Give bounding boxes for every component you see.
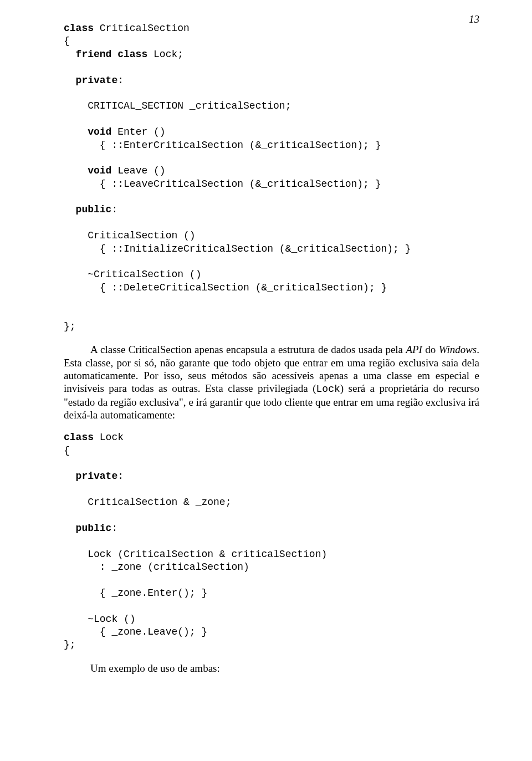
code-text: { ::LeaveCriticalSection (&_criticalSect… [64,178,381,190]
code-text: { _zone.Enter(); } [64,588,207,599]
code-text: { ::InitializeCriticalSection (&_critica… [64,243,411,254]
page: 13 class CriticalSection { friend class … [0,0,532,761]
text-italic: Windows [439,344,477,355]
paragraph-example-intro: Um exemplo de uso de ambas: [64,662,479,675]
page-number: 13 [469,13,479,25]
code-text: Enter () [111,126,165,137]
code-text: { ::EnterCriticalSection (&_criticalSect… [64,140,381,151]
keyword-class: class [64,23,94,34]
code-text: : [111,204,117,215]
code-text: { [64,35,70,47]
text: do [422,344,439,355]
keyword-private: private [64,75,117,86]
text: A classe CriticalSection apenas encapsul… [90,344,406,355]
code-text: : _zone (criticalSection) [64,561,249,573]
text-mono: Lock [316,384,340,395]
code-text: : [111,523,117,534]
keyword-void: void [64,165,111,176]
code-text: CriticalSection [94,23,190,34]
code-text: ~CriticalSection () [64,269,201,280]
keyword-public: public [64,204,111,215]
code-text: Lock [94,432,124,443]
code-text: : [117,471,124,482]
code-text: Leave () [111,165,165,176]
code-text: : [117,75,124,86]
code-text: }; [64,321,76,332]
code-block-lock: class Lock { private: CriticalSection & … [64,431,479,652]
paragraph-description: A classe CriticalSection apenas encapsul… [64,343,479,421]
code-text: CriticalSection () [64,230,196,241]
code-block-criticalsection: class CriticalSection { friend class Loc… [64,22,479,333]
code-text: { ::DeleteCriticalSection (&_criticalSec… [64,282,387,293]
code-text: ~Lock () [64,614,136,625]
keyword-private: private [64,471,117,482]
text-italic: API [406,344,422,355]
code-text: CRITICAL_SECTION _criticalSection; [64,100,291,111]
keyword-void: void [64,126,111,137]
code-text: }; [64,639,76,650]
keyword-class: class [64,432,94,443]
code-text: Lock (CriticalSection & criticalSection) [64,549,327,560]
code-text: { [64,445,70,456]
code-text: { _zone.Leave(); } [64,626,207,637]
keyword-friend-class: friend class [64,49,147,60]
code-text: Lock; [147,49,183,60]
keyword-public: public [64,523,111,534]
code-text: CriticalSection & _zone; [64,497,231,508]
